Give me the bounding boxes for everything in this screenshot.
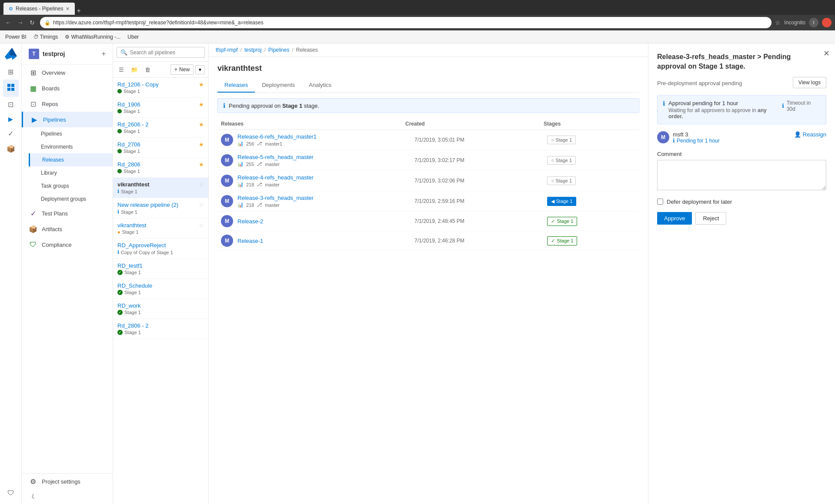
approve-button[interactable]: Approve — [657, 212, 692, 225]
bookmark-timings[interactable]: ⏱ Timings — [33, 34, 58, 40]
tab-deployments[interactable]: Deployments — [255, 78, 302, 93]
pipeline-item[interactable]: RD_ApproveReject ℹ Copy of Copy of Stage… — [113, 239, 208, 259]
release-name-link[interactable]: Release-5-refs_heads_master — [237, 154, 414, 160]
pipeline-item[interactable]: vikranthtest ☆ ● Stage 1 — [113, 219, 208, 239]
bookmark-icon[interactable]: ☆ — [775, 19, 781, 26]
reassign-label: Reassign — [803, 131, 826, 138]
nav-icon-pipelines[interactable]: ▶ — [5, 112, 17, 126]
submenu-task-groups[interactable]: Task groups — [29, 179, 113, 192]
pipeline-item[interactable]: RD_Schedule ✓ Stage 1 — [113, 279, 208, 299]
sidebar-item-testplans[interactable]: ✓ Test Plans — [22, 206, 113, 221]
project-settings-item[interactable]: ⚙ Project settings — [22, 474, 113, 489]
star-icon[interactable]: ★ — [199, 161, 204, 168]
reassign-button[interactable]: 👤 Reassign — [794, 131, 826, 138]
back-button[interactable]: ← — [3, 17, 13, 28]
forward-button[interactable]: → — [16, 17, 25, 28]
release-name-link[interactable]: Release-6-refs_heads_master1 — [237, 133, 414, 140]
breadcrumb-pipelines[interactable]: Pipelines — [268, 47, 290, 53]
submenu-library[interactable]: Library — [29, 166, 113, 179]
sidebar-item-compliance[interactable]: 🛡 Compliance — [22, 237, 113, 252]
pipeline-item[interactable]: Rd_1206 - Copy ★ ✓ Stage 1 — [113, 78, 208, 98]
delete-button[interactable]: 🗑 — [143, 65, 153, 74]
reload-button[interactable]: ↻ — [28, 17, 37, 28]
breadcrumb-project[interactable]: testproj — [244, 47, 261, 53]
bookmark-powerbi[interactable]: Power BI — [5, 34, 27, 40]
star-icon[interactable]: ★ — [199, 81, 204, 88]
folder-view-button[interactable]: 📁 — [129, 65, 140, 74]
tab-releases[interactable]: Releases — [217, 78, 255, 93]
star-icon[interactable]: ☆ — [199, 222, 204, 229]
nav-icon-repos[interactable]: ⊡ — [4, 97, 17, 112]
stage-badge[interactable]: ○ Stage 1 — [547, 136, 576, 144]
submenu-pipelines[interactable]: Pipelines — [29, 127, 113, 140]
add-project-button[interactable]: + — [102, 50, 106, 58]
nav-icon-testplans[interactable]: ✓ — [4, 126, 17, 141]
nav-icon-boards[interactable] — [3, 80, 19, 97]
release-name-link[interactable]: Release-3-refs_heads_master — [237, 195, 414, 201]
stage-badge[interactable]: ○ Stage 1 — [547, 176, 576, 185]
nav-icon-compliance[interactable]: 🛡 — [4, 486, 18, 501]
pipeline-title: Rd_2806 — [117, 161, 140, 168]
reject-button[interactable]: Reject — [695, 212, 726, 225]
close-panel-button[interactable]: ✕ — [823, 49, 830, 58]
active-tab[interactable]: ⚙ Releases - Pipelines ✕ — [3, 3, 75, 15]
profile-avatar[interactable]: I — [809, 18, 818, 27]
sidebar-label-artifacts: Artifacts — [42, 226, 62, 232]
search-box[interactable]: 🔍 — [117, 47, 205, 58]
new-tab-button[interactable]: + — [77, 7, 80, 15]
stage-badge-success[interactable]: ✓ Stage 1 — [547, 236, 577, 245]
collapse-sidebar-btn[interactable]: 《 — [22, 489, 113, 504]
view-logs-button[interactable]: View logs — [793, 77, 826, 88]
release-name-link[interactable]: Release-4-refs_heads_master — [237, 174, 414, 181]
breadcrumb-org[interactable]: tfspf-rmpf — [216, 47, 238, 53]
list-view-button[interactable]: ☰ — [117, 65, 126, 74]
star-icon[interactable]: ☆ — [199, 202, 204, 208]
address-bar[interactable]: 🔒 https://dev.azure.com/tfspf-rmpf/testp… — [40, 17, 772, 28]
submenu-releases[interactable]: Releases — [29, 153, 113, 166]
star-icon[interactable]: ★ — [199, 121, 204, 128]
pipeline-item[interactable]: RD_work ✓ Stage 1 — [113, 299, 208, 319]
nav-icon-overview[interactable]: ⊞ — [4, 64, 17, 80]
sidebar-item-overview[interactable]: ⊞ Overview — [22, 65, 113, 80]
star-icon[interactable]: ☆ — [199, 181, 204, 188]
release-name-link[interactable]: Release-1 — [237, 238, 414, 244]
submenu-deployment-groups[interactable]: Deployment groups — [29, 192, 113, 206]
pipeline-name: RD_testf1 — [117, 262, 204, 269]
pipeline-item[interactable]: Rd_2806 ★ ✓ Stage 1 — [113, 158, 208, 178]
pipeline-item[interactable]: Rd_2606 - 2 ★ ✓ Stage 1 — [113, 118, 208, 138]
release-name-link[interactable]: Release-2 — [237, 218, 414, 225]
profile-icon-red[interactable] — [822, 18, 832, 27]
pipeline-item[interactable]: Rd_1906 ★ ✓ Stage 1 — [113, 98, 208, 118]
star-icon[interactable]: ★ — [199, 101, 204, 108]
search-input[interactable] — [130, 50, 201, 56]
pipeline-item[interactable]: Rd_2706 ★ ✓ Stage 1 — [113, 138, 208, 158]
sidebar-item-artifacts[interactable]: 📦 Artifacts — [22, 221, 113, 237]
sidebar-item-boards[interactable]: ▦ Boards — [22, 80, 113, 96]
submenu-environments[interactable]: Environments — [29, 140, 113, 153]
nav-icon-artifacts[interactable]: 📦 — [3, 141, 19, 156]
new-pipeline-button[interactable]: + New — [170, 64, 194, 75]
bookmark-uber[interactable]: Uber — [127, 34, 139, 40]
stage-badge-pending[interactable]: ◀ Stage 1 — [547, 197, 576, 206]
pipeline-item[interactable]: RD_testf1 ✓ Stage 1 — [113, 259, 208, 279]
stage-badge[interactable]: ○ Stage 1 — [547, 156, 576, 165]
defer-checkbox-input[interactable] — [657, 199, 663, 205]
sidebar-item-pipelines[interactable]: ▶ Pipelines — [22, 112, 113, 127]
sidebar-label-testplans: Test Plans — [42, 210, 68, 217]
bookmark-whatwasrunning[interactable]: ⚙ WhatWasRunning -... — [65, 34, 120, 40]
tab-close-btn[interactable]: ✕ — [66, 6, 70, 12]
azure-devops-logo[interactable] — [4, 47, 18, 61]
release-created: 7/1/2019, 3:02:06 PM — [414, 178, 547, 184]
new-pipeline-dropdown[interactable]: ▼ — [195, 65, 205, 74]
pipeline-name: Rd_2706 ★ — [117, 141, 204, 148]
comment-textarea[interactable] — [657, 160, 826, 190]
approver-row: M msft 3 ℹ Pending for 1 hour 👤 Reassign — [657, 131, 826, 144]
pipeline-item[interactable]: New release pipeline (2) ☆ ℹ Stage 1 — [113, 198, 208, 219]
stage-badge-success[interactable]: ✓ Stage 1 — [547, 217, 577, 226]
sidebar-item-repos[interactable]: ⊡ Repos — [22, 96, 113, 112]
pipeline-item-active[interactable]: vikranthtest ☆ ℹ Stage 1 — [113, 178, 208, 198]
tab-analytics[interactable]: Analytics — [302, 78, 338, 93]
star-icon[interactable]: ★ — [199, 141, 204, 148]
pipeline-item[interactable]: Rd_2806 - 2 ✓ Stage 1 — [113, 319, 208, 339]
submenu-deployment-groups-label: Deployment groups — [41, 196, 86, 202]
